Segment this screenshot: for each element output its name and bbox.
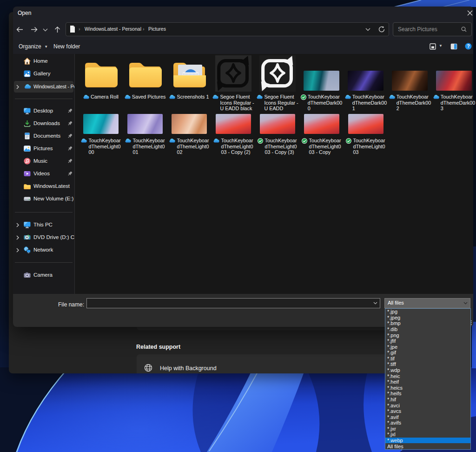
svg-text:?: ?: [467, 44, 469, 49]
